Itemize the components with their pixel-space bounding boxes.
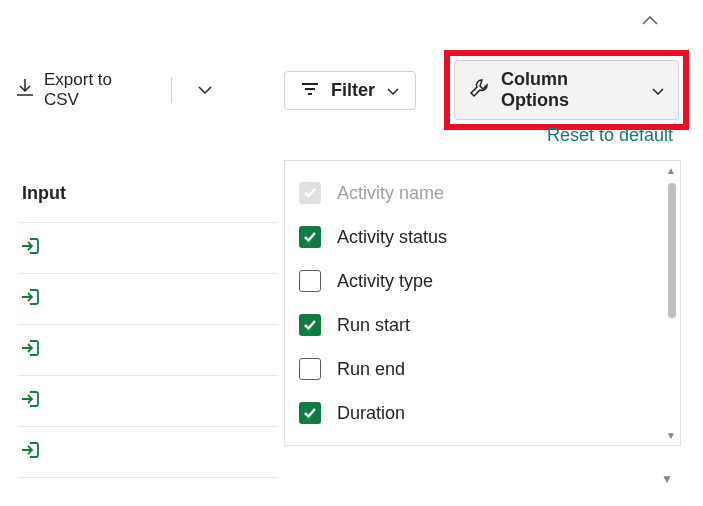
input-icon[interactable]	[20, 396, 42, 413]
column-option-label: Run start	[337, 315, 410, 336]
input-icon[interactable]	[20, 447, 42, 464]
panel-chevron-down-icon[interactable]: ▼	[661, 472, 673, 486]
table-row[interactable]	[18, 222, 278, 273]
checkbox[interactable]	[299, 314, 321, 336]
checkbox[interactable]	[299, 270, 321, 292]
input-icon[interactable]	[20, 294, 42, 311]
table-row[interactable]	[18, 324, 278, 375]
divider	[171, 77, 172, 103]
column-options-panel: Activity nameActivity statusActivity typ…	[284, 160, 681, 446]
table-row[interactable]	[18, 375, 278, 426]
checkbox[interactable]	[299, 358, 321, 380]
checkbox	[299, 182, 321, 204]
table-row[interactable]	[18, 426, 278, 478]
download-icon	[16, 78, 34, 103]
column-option-item[interactable]: Activity type	[299, 259, 680, 303]
column-option-item[interactable]: Activity status	[299, 215, 680, 259]
table-row[interactable]	[18, 273, 278, 324]
scroll-up-icon[interactable]: ▲	[666, 165, 676, 176]
column-option-label: Run end	[337, 359, 405, 380]
column-options-highlight: Column Options	[444, 50, 689, 130]
export-group: Export to CSV	[14, 66, 220, 114]
column-option-item[interactable]: Run start	[299, 303, 680, 347]
export-dropdown-button[interactable]	[190, 77, 220, 103]
column-option-label: Duration	[337, 403, 405, 424]
scroll-thumb[interactable]	[668, 183, 676, 318]
scrollbar[interactable]: ▲ ▼	[664, 165, 676, 441]
column-option-item[interactable]: Activity name	[299, 171, 680, 215]
column-option-item[interactable]: Run end	[299, 347, 680, 391]
column-options-button[interactable]: Column Options	[454, 60, 679, 120]
column-option-label: Activity name	[337, 183, 444, 204]
checkbox[interactable]	[299, 402, 321, 424]
chevron-down-icon	[387, 80, 399, 101]
export-label: Export to CSV	[44, 70, 151, 110]
wrench-icon	[469, 78, 489, 103]
column-header-input[interactable]: Input	[18, 175, 278, 222]
reset-to-default-link[interactable]: Reset to default	[547, 125, 673, 146]
scroll-down-icon[interactable]: ▼	[666, 430, 676, 441]
input-icon[interactable]	[20, 345, 42, 362]
chevron-down-icon	[652, 80, 664, 101]
input-icon[interactable]	[20, 243, 42, 260]
checkbox[interactable]	[299, 226, 321, 248]
filter-label: Filter	[331, 80, 375, 101]
filter-button[interactable]: Filter	[284, 71, 416, 110]
filter-icon	[301, 80, 319, 101]
column-option-label: Activity type	[337, 271, 433, 292]
column-option-item[interactable]: Duration	[299, 391, 680, 435]
export-to-csv-button[interactable]: Export to CSV	[14, 66, 153, 114]
collapse-chevron-icon[interactable]	[642, 12, 658, 30]
column-option-label: Activity status	[337, 227, 447, 248]
table-area: Input	[18, 175, 278, 478]
column-options-label: Column Options	[501, 69, 640, 111]
